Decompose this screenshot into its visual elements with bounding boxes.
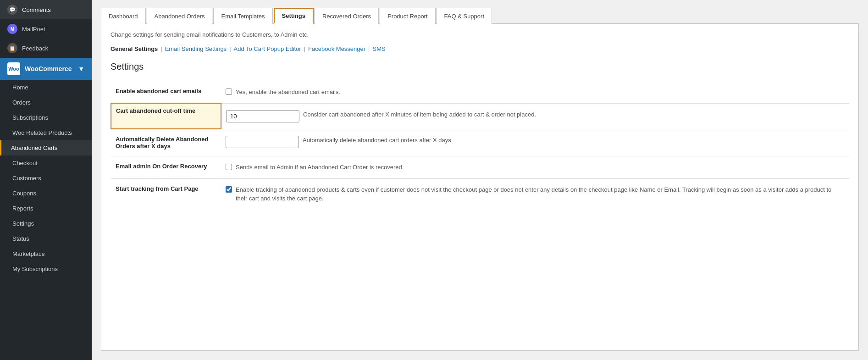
sep4: | <box>368 45 370 52</box>
settings-table: Enable abandoned cart emailsYes, enable … <box>111 81 849 210</box>
control-auto-delete-abandoned-orders: Automatically delete abandoned cart orde… <box>221 129 849 156</box>
faq-support-tab[interactable]: FAQ & Support <box>437 8 492 24</box>
sidebar-item-marketplace[interactable]: Marketplace <box>0 246 92 261</box>
chevron-icon: ▼ <box>78 65 84 72</box>
sidebar-item-woo-related[interactable]: Woo Related Products <box>0 125 92 140</box>
label-start-tracking-from-cart-page: Start tracking from Cart Page <box>111 178 221 210</box>
settings-tab[interactable]: Settings <box>274 8 314 24</box>
add-to-cart-link[interactable]: Add To Cart Popup Editor <box>234 45 301 52</box>
sep2: | <box>229 45 231 52</box>
sidebar: 💬 Comments M MailPoet 📋 Feedback Woo Woo… <box>0 0 92 360</box>
tabs-bar: DashboardAbandoned OrdersEmail Templates… <box>92 0 868 23</box>
sidebar-item-settings[interactable]: Settings <box>0 216 92 231</box>
sidebar-item-coupons[interactable]: Coupons <box>0 186 92 201</box>
sidebar-woocommerce[interactable]: Woo WooCommerce ▼ <box>0 58 92 80</box>
mailpoet-icon: M <box>7 24 17 34</box>
sms-link[interactable]: SMS <box>373 45 386 52</box>
desc-email-admin-on-order-recovery: Sends email to Admin if an Abandoned Car… <box>236 163 404 172</box>
sidebar-menu: HomeOrdersSubscriptionsWoo Related Produ… <box>0 80 92 277</box>
label-cart-abandoned-cutoff-time: Cart abandoned cut-off time <box>111 103 221 129</box>
content-area: Change settings for sending email notifi… <box>101 23 859 351</box>
woo-icon: Woo <box>7 62 20 75</box>
desc-enable-abandoned-cart-emails: Yes, enable the abandoned cart emails. <box>236 88 340 97</box>
sidebar-item-comments[interactable]: 💬 Comments <box>0 0 92 19</box>
sidebar-item-abandoned-carts[interactable]: Abandoned Carts <box>0 140 92 155</box>
sidebar-woo-label: WooCommerce <box>25 65 72 72</box>
sidebar-item-orders[interactable]: Orders <box>0 95 92 110</box>
sep3: | <box>304 45 305 52</box>
sidebar-item-mailpoet[interactable]: M MailPoet <box>0 19 92 39</box>
settings-title: Settings <box>111 61 849 72</box>
desc-auto-delete-abandoned-orders: Automatically delete abandoned cart orde… <box>303 136 453 145</box>
control-cart-abandoned-cutoff-time: Consider cart abandoned after X minutes … <box>221 103 849 129</box>
desc-cart-abandoned-cutoff-time: Consider cart abandoned after X minutes … <box>303 110 536 119</box>
main-content: DashboardAbandoned OrdersEmail Templates… <box>92 0 868 360</box>
desc-start-tracking-from-cart-page: Enable tracking of abandoned products & … <box>236 185 845 203</box>
label-email-admin-on-order-recovery: Email admin On Order Recovery <box>111 156 221 179</box>
product-report-tab[interactable]: Product Report <box>380 8 435 24</box>
sidebar-item-subscriptions[interactable]: Subscriptions <box>0 110 92 125</box>
checkbox-email-admin-on-order-recovery[interactable] <box>226 164 232 170</box>
checkbox-enable-abandoned-cart-emails[interactable] <box>226 89 232 95</box>
sidebar-item-feedback[interactable]: 📋 Feedback <box>0 39 92 58</box>
abandoned-orders-tab[interactable]: Abandoned Orders <box>147 8 213 24</box>
label-auto-delete-abandoned-orders: Automatically Delete Abandoned Orders af… <box>111 129 221 156</box>
dashboard-tab[interactable]: Dashboard <box>101 8 146 24</box>
sidebar-item-checkout[interactable]: Checkout <box>0 155 92 171</box>
sep1: | <box>160 45 162 52</box>
feedback-icon: 📋 <box>7 43 17 53</box>
sidebar-mailpoet-label: MailPoet <box>22 26 45 33</box>
facebook-messenger-link[interactable]: Facebook Messenger <box>308 45 365 52</box>
label-enable-abandoned-cart-emails: Enable abandoned cart emails <box>111 81 221 103</box>
recovered-orders-tab[interactable]: Recovered Orders <box>315 8 379 24</box>
sidebar-item-my-subscriptions[interactable]: My Subscriptions <box>0 261 92 277</box>
settings-nav-active: General Settings <box>111 45 158 52</box>
comments-icon: 💬 <box>7 5 17 15</box>
control-email-admin-on-order-recovery: Sends email to Admin if an Abandoned Car… <box>221 156 849 179</box>
checkbox-start-tracking-from-cart-page[interactable] <box>226 186 232 193</box>
sidebar-comments-label: Comments <box>22 6 51 13</box>
input-auto-delete-abandoned-orders[interactable] <box>226 136 299 148</box>
email-sending-link[interactable]: Email Sending Settings <box>165 45 227 52</box>
sidebar-item-home[interactable]: Home <box>0 80 92 95</box>
sidebar-feedback-label: Feedback <box>22 45 48 52</box>
sidebar-item-reports[interactable]: Reports <box>0 201 92 216</box>
input-cart-abandoned-cutoff-time[interactable] <box>226 110 299 122</box>
control-start-tracking-from-cart-page: Enable tracking of abandoned products & … <box>221 178 849 210</box>
sidebar-item-status[interactable]: Status <box>0 231 92 246</box>
control-enable-abandoned-cart-emails: Yes, enable the abandoned cart emails. <box>221 81 849 103</box>
settings-nav: General Settings | Email Sending Setting… <box>111 45 849 52</box>
page-description: Change settings for sending email notifi… <box>111 31 849 38</box>
email-templates-tab[interactable]: Email Templates <box>213 8 272 24</box>
sidebar-item-customers[interactable]: Customers <box>0 171 92 186</box>
